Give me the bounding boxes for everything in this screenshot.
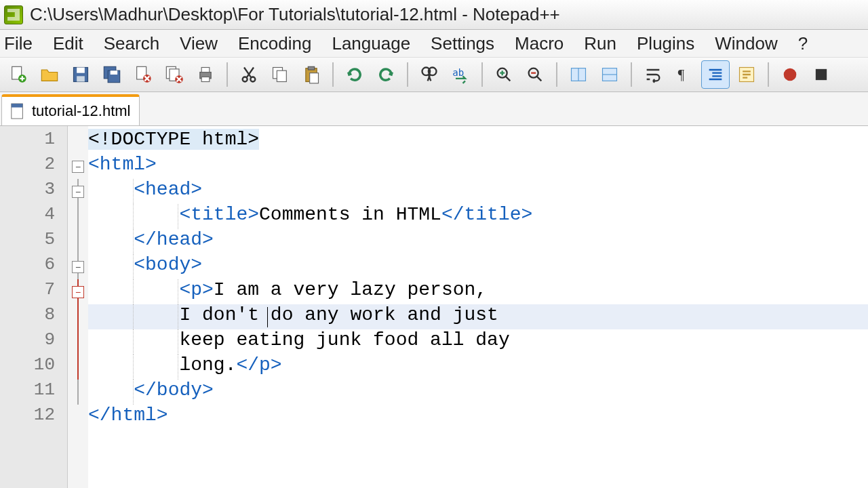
zoom-in-icon: [494, 65, 513, 84]
menu-language[interactable]: Language: [332, 33, 410, 54]
stop-macro-button[interactable]: [807, 60, 835, 89]
zoom-in-button[interactable]: [490, 60, 518, 89]
code-line[interactable]: <!DOCTYPE html>: [88, 129, 868, 154]
stop-macro-icon: [812, 65, 831, 84]
close-all-button[interactable]: [160, 60, 189, 89]
code-line[interactable]: keep eating junk food all day: [88, 329, 868, 354]
save-all-button[interactable]: [98, 60, 126, 89]
fold-toggle[interactable]: −: [72, 286, 84, 298]
save-button[interactable]: [66, 60, 95, 89]
zoom-out-button[interactable]: [521, 60, 549, 89]
code-line[interactable]: <p>I am a very lazy person,: [88, 279, 868, 304]
app-icon: [4, 5, 23, 24]
user-lang-button[interactable]: [732, 60, 761, 89]
toolbar-separator: [407, 62, 408, 87]
code-line[interactable]: long.</p>: [88, 354, 868, 380]
indent-guide-icon: [706, 65, 725, 84]
text-caret: [267, 307, 268, 327]
line-number: 3: [0, 179, 67, 204]
document-tab[interactable]: tutorial-12.html: [1, 94, 140, 125]
title-bar: C:\Users\Madhur\Desktop\For Tutorials\tu…: [0, 0, 868, 30]
undo-button[interactable]: [340, 60, 369, 89]
code-line[interactable]: <body>: [88, 254, 868, 279]
toolbar-separator: [481, 62, 483, 87]
code-line[interactable]: I don't do any work and just: [88, 304, 868, 329]
menu-encoding[interactable]: Encoding: [238, 33, 311, 54]
fold-toggle[interactable]: −: [72, 161, 84, 173]
menu-window[interactable]: Window: [715, 33, 777, 54]
svg-rect-22: [310, 73, 319, 83]
menu-plugins[interactable]: Plugins: [637, 33, 694, 54]
cut-button[interactable]: [235, 60, 263, 89]
sync-v-button[interactable]: [564, 60, 593, 89]
fold-gutter: −−−−: [68, 126, 88, 488]
menu-bar: File Edit Search View Encoding Language …: [0, 30, 868, 57]
menu-settings[interactable]: Settings: [431, 33, 494, 54]
fold-toggle[interactable]: −: [72, 186, 84, 198]
word-wrap-icon: [644, 65, 663, 84]
line-number: 10: [0, 354, 67, 380]
toolbar-separator: [226, 62, 228, 87]
new-file-icon: [9, 65, 28, 84]
show-chars-icon: ¶: [675, 65, 694, 84]
sync-v-icon: [569, 65, 588, 84]
close-file-button[interactable]: [129, 60, 157, 89]
menu-view[interactable]: View: [180, 33, 218, 54]
svg-rect-14: [201, 68, 210, 73]
word-wrap-button[interactable]: [639, 60, 667, 89]
toolbar: ab ¶: [0, 57, 868, 92]
svg-rect-35: [12, 104, 23, 108]
close-all-icon: [165, 65, 184, 84]
save-all-icon: [102, 65, 121, 84]
sync-h-icon: [600, 65, 619, 84]
code-line[interactable]: </html>: [88, 405, 868, 430]
paste-button[interactable]: [297, 60, 326, 89]
print-button[interactable]: [191, 60, 220, 89]
code-line[interactable]: </body>: [88, 380, 868, 405]
svg-rect-19: [277, 70, 286, 81]
find-icon: [420, 65, 439, 84]
open-button[interactable]: [35, 60, 64, 89]
code-area[interactable]: <!DOCTYPE html><html> <head> <title>Comm…: [88, 126, 868, 488]
code-line[interactable]: <head>: [88, 179, 868, 204]
record-macro-button[interactable]: [776, 60, 804, 89]
replace-button[interactable]: ab: [446, 60, 475, 89]
menu-run[interactable]: Run: [584, 33, 616, 54]
svg-rect-21: [308, 66, 314, 70]
tab-label: tutorial-12.html: [32, 102, 131, 120]
line-number: 2: [0, 154, 67, 179]
line-number: 9: [0, 329, 67, 354]
menu-macro[interactable]: Macro: [515, 33, 564, 54]
menu-help[interactable]: ?: [798, 33, 808, 54]
svg-point-32: [784, 68, 797, 81]
indent-guide-button[interactable]: [701, 60, 730, 89]
line-number: 5: [0, 229, 67, 254]
code-line[interactable]: <html>: [88, 154, 868, 179]
open-folder-icon: [40, 65, 59, 84]
menu-file[interactable]: File: [4, 33, 33, 54]
copy-icon: [271, 65, 290, 84]
find-button[interactable]: [415, 60, 443, 89]
fold-toggle[interactable]: −: [72, 261, 84, 273]
line-number: 8: [0, 304, 67, 329]
toolbar-separator: [631, 62, 632, 87]
menu-search[interactable]: Search: [104, 33, 159, 54]
show-chars-button[interactable]: ¶: [670, 60, 698, 89]
code-line[interactable]: <title>Comments in HTML</title>: [88, 204, 868, 229]
svg-rect-7: [111, 70, 118, 75]
editor-area[interactable]: 123456789101112 −−−− <!DOCTYPE html><htm…: [0, 126, 868, 488]
copy-button[interactable]: [266, 60, 294, 89]
sync-h-button[interactable]: [595, 60, 624, 89]
code-line[interactable]: </head>: [88, 229, 868, 254]
zoom-out-icon: [526, 65, 545, 84]
line-number: 7: [0, 279, 67, 304]
new-file-button[interactable]: [4, 60, 33, 89]
line-number: 4: [0, 204, 67, 229]
menu-edit[interactable]: Edit: [53, 33, 83, 54]
svg-rect-3: [77, 68, 85, 73]
line-number: 6: [0, 254, 67, 279]
cut-icon: [239, 65, 258, 84]
close-file-icon: [134, 65, 153, 84]
record-macro-icon: [781, 65, 800, 84]
redo-button[interactable]: [372, 60, 400, 89]
